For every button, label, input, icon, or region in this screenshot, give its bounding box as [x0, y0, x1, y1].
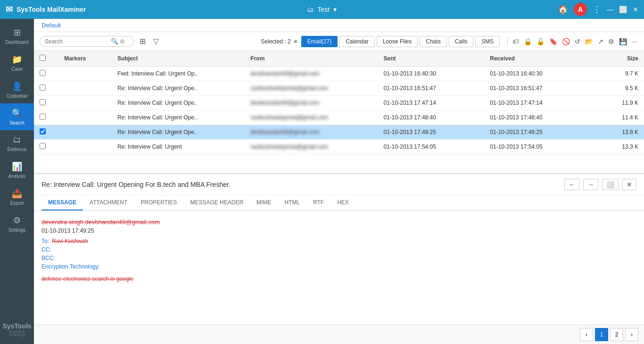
sidebar: ⊞ Dashboard 📁 Case 👤 Custodian 🔍 Search … — [0, 19, 34, 344]
preview-header: Re: Interview Call: Urgent Opening For B… — [34, 174, 644, 195]
preview-close-button[interactable]: ✕ — [622, 179, 636, 190]
row-checkbox-cell[interactable] — [34, 110, 58, 125]
tab-calendar[interactable]: Calendar — [339, 36, 375, 47]
preview-expand-button[interactable]: ⬜ — [602, 179, 619, 190]
refresh-icon[interactable]: ↺ — [574, 37, 581, 46]
more-options-icon[interactable]: ··· — [631, 37, 638, 46]
row-checkbox-cell[interactable] — [34, 96, 58, 110]
search-options-icon[interactable]: ⚙ — [120, 38, 125, 45]
row-received: 01-10-2013 17:49:25 — [484, 125, 591, 140]
preview-next-button[interactable]: → — [583, 179, 598, 190]
preview-tab-mime[interactable]: MIME — [250, 195, 278, 210]
row-checkbox[interactable] — [40, 99, 46, 105]
row-checkbox[interactable] — [40, 70, 46, 76]
maximize-button[interactable]: ⬜ — [619, 6, 627, 13]
table-row[interactable]: Re: Interview Call: Urgent Ope.. devbhan… — [34, 125, 644, 140]
table-row[interactable]: Re: Interview Call: Urgent Ope.. ravibus… — [34, 81, 644, 96]
lock-icon[interactable]: 🔒 — [523, 37, 533, 46]
row-checkbox[interactable] — [40, 143, 46, 149]
row-subject[interactable]: Re: Interview Call: Urgent Ope.. — [112, 125, 245, 140]
header-sent[interactable]: Sent — [378, 51, 485, 67]
header-received[interactable]: Received — [484, 51, 591, 67]
sidebar-item-analysis[interactable]: 📊 Analysis — [0, 157, 34, 184]
from-value: ravibushwahponta@gmail.com — [250, 114, 328, 121]
select-all-checkbox[interactable] — [40, 55, 46, 61]
tab-loose-files[interactable]: Loose Files — [377, 36, 418, 47]
row-subject[interactable]: Re: Interview Call: Urgent — [112, 140, 245, 154]
tab-calls[interactable]: Calls — [449, 36, 474, 47]
header-size[interactable]: Size — [591, 51, 644, 67]
user-avatar[interactable]: A — [574, 3, 587, 16]
preview-tab-properties[interactable]: PROPERTIES — [134, 195, 183, 210]
folder-icon[interactable]: 📂 — [584, 37, 594, 46]
table-row[interactable]: Fwd: Interview Call: Urgent Op.. devbhan… — [34, 67, 644, 81]
settings-action-icon[interactable]: ⚙ — [607, 37, 615, 46]
row-subject[interactable]: Re: Interview Call: Urgent Ope.. — [112, 81, 245, 96]
unlock-icon[interactable]: 🔓 — [536, 37, 545, 46]
row-checkbox[interactable] — [40, 114, 46, 120]
row-markers — [58, 96, 112, 110]
pagination-prev[interactable]: ‹ — [580, 328, 593, 341]
preview-panel: Re: Interview Call: Urgent Opening For B… — [34, 174, 644, 325]
tab-sms[interactable]: SMS — [475, 36, 500, 47]
email-tbody: Fwd: Interview Call: Urgent Op.. devbhan… — [34, 67, 644, 154]
sidebar-item-settings[interactable]: ⚙ Settings — [0, 210, 34, 237]
table-row[interactable]: Re: Interview Call: Urgent ravibushwahpo… — [34, 140, 644, 154]
save-icon[interactable]: 💾 — [618, 37, 628, 46]
project-dropdown-icon[interactable]: ▾ — [333, 6, 337, 13]
logo-tagline: Simplifying Technology — [2, 330, 31, 336]
row-checkbox[interactable] — [40, 84, 46, 91]
app-title: SysTools MailXaminer — [17, 6, 86, 13]
row-checkbox-cell[interactable] — [34, 125, 58, 140]
tab-chats[interactable]: Chats — [420, 36, 446, 47]
sidebar-item-custodian[interactable]: 👤 Custodian — [0, 76, 34, 103]
search-icon[interactable]: 🔍 — [111, 38, 118, 45]
row-markers — [58, 81, 112, 96]
row-checkbox-cell[interactable] — [34, 140, 58, 154]
header-checkbox[interactable] — [34, 51, 58, 67]
preview-tab-message[interactable]: MESSAGE — [41, 195, 83, 210]
row-checkbox[interactable] — [40, 128, 46, 134]
clear-selection-icon[interactable]: × — [294, 38, 297, 45]
pagination-page-2[interactable]: 2 — [610, 328, 623, 341]
row-subject[interactable]: Re: Interview Call: Urgent Ope.. — [112, 110, 245, 125]
bookmark-off-icon[interactable]: 🚫 — [561, 37, 571, 46]
preview-tab-html[interactable]: HTML — [278, 195, 306, 210]
more-icon[interactable]: ⋮ — [593, 4, 601, 15]
sidebar-item-dashboard[interactable]: ⊞ Dashboard — [0, 23, 34, 50]
sidebar-item-case[interactable]: 📁 Case — [0, 50, 34, 76]
close-button[interactable]: ✕ — [633, 6, 638, 13]
search-input[interactable] — [45, 38, 111, 45]
filter-button[interactable]: ▽ — [151, 35, 161, 48]
home-icon[interactable]: 🏠 — [558, 4, 568, 15]
sidebar-item-evidence[interactable]: 🗂 Evidence — [0, 130, 34, 157]
view-toggle-button[interactable]: ⊞ — [138, 35, 148, 48]
table-row[interactable]: Re: Interview Call: Urgent Ope.. devbhan… — [34, 96, 644, 110]
minimize-button[interactable]: — — [607, 6, 613, 13]
preview-tab-message-header[interactable]: MESSAGE HEADER — [183, 195, 250, 210]
preview-prev-button[interactable]: ← — [564, 179, 579, 190]
pagination-next[interactable]: › — [625, 328, 638, 341]
preview-tab-rtf[interactable]: RTF — [306, 195, 330, 210]
bookmark-icon[interactable]: 🔖 — [548, 37, 558, 46]
sidebar-item-search[interactable]: 🔍 Search — [0, 103, 34, 130]
breadcrumb-link[interactable]: Default — [41, 22, 61, 29]
tab-email[interactable]: Email(27) — [301, 36, 338, 47]
export-icon: 📤 — [12, 188, 22, 199]
table-row[interactable]: Re: Interview Call: Urgent Ope.. ravibus… — [34, 110, 644, 125]
row-checkbox-cell[interactable] — [34, 67, 58, 81]
header-subject[interactable]: Subject — [112, 51, 245, 67]
pagination-page-1[interactable]: 1 — [595, 328, 608, 341]
tag-icon[interactable]: 🏷 — [512, 37, 520, 46]
email-to-field: To: Ravi Kushwah — [41, 238, 636, 244]
preview-tab-hex[interactable]: HEX — [330, 195, 355, 210]
row-checkbox-cell[interactable] — [34, 81, 58, 96]
header-from[interactable]: From — [245, 51, 378, 67]
row-subject[interactable]: Re: Interview Call: Urgent Ope.. — [112, 96, 245, 110]
sidebar-item-export[interactable]: 📤 Export — [0, 184, 34, 210]
row-subject[interactable]: Fwd: Interview Call: Urgent Op.. — [112, 67, 245, 81]
email-date: 01-10-2013 17:49:25 — [41, 227, 636, 234]
email-from: devendra singh devbhandari49@gmail.com — [41, 218, 636, 226]
export-action-icon[interactable]: ↗ — [597, 37, 604, 46]
preview-tab-attachment[interactable]: ATTACHMENT — [83, 195, 134, 210]
